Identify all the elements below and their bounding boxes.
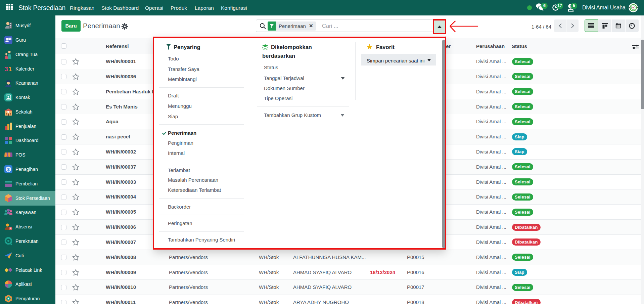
- svg-text:3: 3: [5, 66, 8, 73]
- svg-text:$: $: [7, 167, 10, 172]
- svg-text:1: 1: [8, 66, 12, 73]
